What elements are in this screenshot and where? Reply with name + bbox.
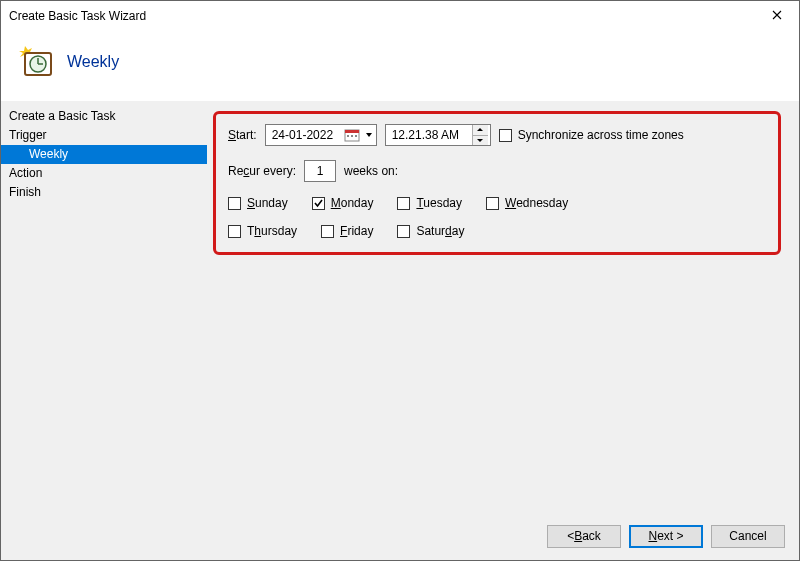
close-icon (772, 9, 782, 23)
sidebar-item-finish[interactable]: Finish (1, 183, 207, 202)
calendar-icon (344, 127, 360, 143)
recur-interval-input[interactable]: 1 (304, 160, 336, 182)
day-label: Wednesday (505, 196, 568, 210)
day-label: Saturday (416, 224, 464, 238)
start-date-value: 24-01-2022 (272, 128, 340, 142)
checkbox-box (397, 197, 410, 210)
recur-suffix-label: weeks on: (344, 164, 398, 178)
window-title: Create Basic Task Wizard (9, 9, 754, 23)
svg-rect-6 (347, 135, 349, 137)
svg-rect-8 (355, 135, 357, 137)
days-row-2: ThursdayFridaySaturday (228, 224, 766, 238)
start-label: Start: (228, 128, 257, 142)
start-date-picker[interactable]: 24-01-2022 (265, 124, 377, 146)
wizard-footer: < Back Next > Cancel (1, 512, 799, 560)
wizard-content: Start: 24-01-2022 12.21.38 AM (207, 101, 799, 512)
day-label: Monday (331, 196, 374, 210)
checkbox-box (486, 197, 499, 210)
time-spinner (472, 125, 488, 145)
checkbox-box (228, 225, 241, 238)
start-time-value: 12.21.38 AM (392, 128, 472, 142)
checkbox-box (321, 225, 334, 238)
spinner-up-button[interactable] (473, 125, 488, 136)
day-checkbox-wednesday[interactable]: Wednesday (486, 196, 568, 210)
day-label: Thursday (247, 224, 297, 238)
next-button[interactable]: Next > (629, 525, 703, 548)
checkbox-box (499, 129, 512, 142)
sidebar-item-action[interactable]: Action (1, 164, 207, 183)
svg-rect-5 (345, 130, 359, 133)
checkbox-box (228, 197, 241, 210)
chevron-down-icon (364, 131, 374, 139)
day-checkbox-sunday[interactable]: Sunday (228, 196, 288, 210)
day-label: Tuesday (416, 196, 462, 210)
wizard-header: Weekly (1, 31, 799, 101)
day-checkbox-thursday[interactable]: Thursday (228, 224, 297, 238)
checkbox-box (397, 225, 410, 238)
day-label: Friday (340, 224, 373, 238)
sidebar-item-trigger[interactable]: Trigger (1, 126, 207, 145)
recur-row: Recur every: 1 weeks on: (228, 160, 766, 182)
close-button[interactable] (754, 1, 799, 31)
wizard-icon (19, 45, 53, 79)
recur-label: Recur every: (228, 164, 296, 178)
sidebar-item-create-a-basic-task[interactable]: Create a Basic Task (1, 107, 207, 126)
titlebar: Create Basic Task Wizard (1, 1, 799, 31)
day-checkbox-saturday[interactable]: Saturday (397, 224, 464, 238)
day-checkbox-tuesday[interactable]: Tuesday (397, 196, 462, 210)
cancel-button[interactable]: Cancel (711, 525, 785, 548)
sync-timezones-label: Synchronize across time zones (518, 128, 684, 142)
page-title: Weekly (67, 53, 119, 71)
sidebar-item-weekly[interactable]: Weekly (1, 145, 207, 164)
svg-rect-7 (351, 135, 353, 137)
wizard-body: Create a Basic TaskTriggerWeeklyActionFi… (1, 101, 799, 512)
start-time-picker[interactable]: 12.21.38 AM (385, 124, 491, 146)
spinner-down-button[interactable] (473, 136, 488, 146)
days-row-1: SundayMondayTuesdayWednesday (228, 196, 766, 210)
wizard-sidebar: Create a Basic TaskTriggerWeeklyActionFi… (1, 101, 207, 512)
checkbox-box (312, 197, 325, 210)
highlighted-settings-box: Start: 24-01-2022 12.21.38 AM (213, 111, 781, 255)
sync-timezones-checkbox[interactable]: Synchronize across time zones (499, 128, 684, 142)
day-label: Sunday (247, 196, 288, 210)
back-button[interactable]: < Back (547, 525, 621, 548)
start-row: Start: 24-01-2022 12.21.38 AM (228, 124, 766, 146)
day-checkbox-friday[interactable]: Friday (321, 224, 373, 238)
wizard-window: Create Basic Task Wizard Weekly Create a… (0, 0, 800, 561)
day-checkbox-monday[interactable]: Monday (312, 196, 374, 210)
recur-interval-value: 1 (317, 164, 324, 178)
